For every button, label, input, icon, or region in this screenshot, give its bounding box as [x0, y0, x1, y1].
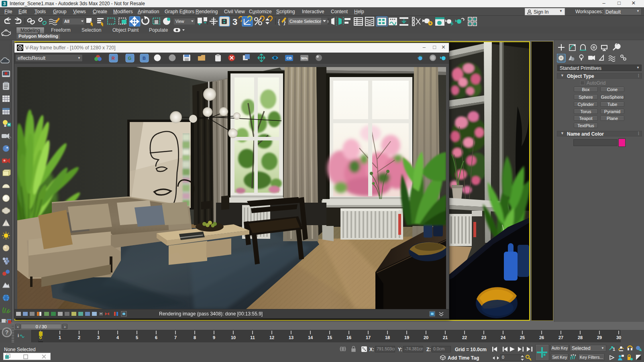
- svg-text:3: 3: [3, 1, 6, 6]
- svg-text:13: 13: [289, 335, 293, 340]
- svg-text:i: i: [18, 333, 19, 338]
- svg-text:0: 0: [39, 335, 42, 340]
- svg-text:7: 7: [174, 335, 177, 340]
- svg-text:3: 3: [232, 17, 237, 27]
- svg-text:R: R: [112, 56, 115, 61]
- svg-text:12: 12: [269, 335, 274, 340]
- svg-text:3: 3: [97, 335, 100, 340]
- svg-text:{: {: [278, 18, 280, 26]
- svg-text:4: 4: [116, 335, 119, 340]
- svg-text:10: 10: [231, 335, 236, 340]
- svg-text:22: 22: [462, 335, 467, 340]
- svg-text:50%: 50%: [301, 57, 308, 60]
- svg-text:8: 8: [194, 335, 196, 340]
- svg-text:6: 6: [155, 335, 157, 340]
- svg-text:21: 21: [443, 335, 448, 340]
- svg-text:16: 16: [346, 335, 351, 340]
- svg-text:View: View: [175, 19, 184, 24]
- svg-text:1: 1: [613, 347, 615, 352]
- svg-text:2: 2: [78, 335, 80, 340]
- svg-text:27: 27: [558, 335, 563, 340]
- svg-text:30: 30: [616, 335, 621, 340]
- svg-text:15: 15: [327, 335, 332, 340]
- svg-text:B: B: [143, 56, 146, 61]
- svg-text:19: 19: [404, 335, 409, 340]
- svg-text:26: 26: [539, 335, 544, 340]
- svg-text:20: 20: [424, 335, 428, 340]
- svg-text:H: H: [100, 312, 102, 316]
- svg-text:28: 28: [578, 335, 583, 340]
- svg-text:CB: CB: [287, 56, 292, 60]
- svg-text:17: 17: [366, 335, 371, 340]
- svg-text:11: 11: [250, 335, 255, 340]
- svg-text:24: 24: [501, 335, 506, 340]
- svg-text:23: 23: [481, 335, 486, 340]
- svg-text:9: 9: [213, 335, 215, 340]
- svg-text:?: ?: [5, 329, 9, 336]
- svg-text:18: 18: [385, 335, 390, 340]
- svg-text:1: 1: [59, 335, 61, 340]
- svg-text:29: 29: [597, 335, 602, 340]
- svg-text:5: 5: [136, 335, 138, 340]
- svg-text:25: 25: [520, 335, 525, 340]
- svg-text:All: All: [64, 19, 69, 24]
- svg-text:14: 14: [308, 335, 313, 340]
- svg-text:G: G: [128, 56, 132, 61]
